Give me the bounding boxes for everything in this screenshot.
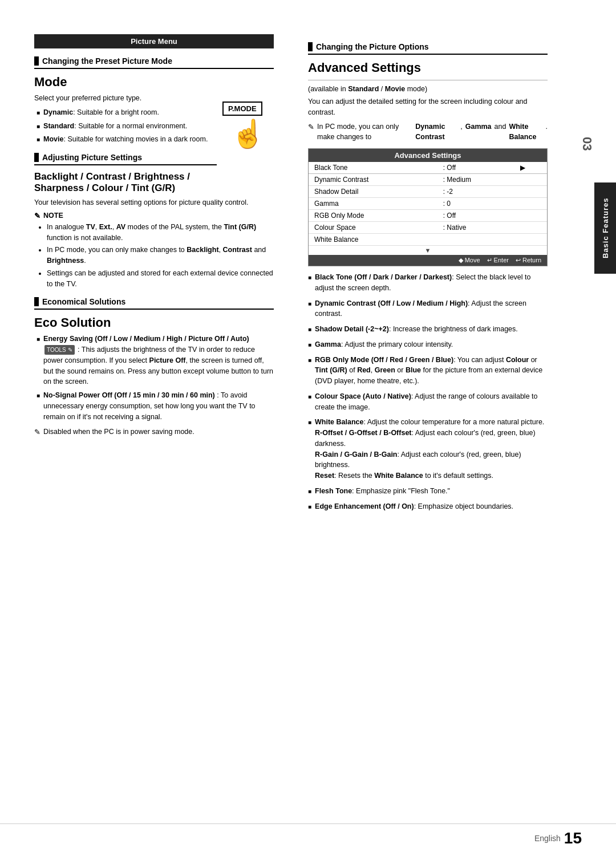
advanced-settings-heading: Advanced Settings xyxy=(308,60,548,75)
note-item-2: In PC mode, you can only make changes to… xyxy=(47,245,274,266)
chapter-number: 03 xyxy=(579,137,594,151)
shadow-label: Shadow Detail xyxy=(309,186,437,198)
bullet-edge: Edge Enhancement (Off / On): Emphasize o… xyxy=(308,501,548,512)
pmode-label: P.MODE xyxy=(222,102,262,116)
mode-item-standard: Standard: Suitable for a normal environm… xyxy=(37,121,217,132)
eco-item-energy: Energy Saving (Off / Low / Medium / High… xyxy=(37,334,274,387)
advanced-settings-box: Advanced Settings Black Tone : Off ▶ Dyn… xyxy=(308,148,548,266)
footer-move: ◆ Move xyxy=(459,257,480,264)
bullet-colourspace: Colour Space (Auto / Native): Adjust the… xyxy=(308,391,548,413)
blacktone-arrow: ▶ xyxy=(514,162,547,174)
note-label: NOTE xyxy=(34,212,274,220)
section-eco-title: Economical Solutions xyxy=(34,297,274,310)
dyncontrast-arrow xyxy=(514,174,547,186)
backlight-intro: Your television has several setting opti… xyxy=(34,197,274,208)
dyncontrast-value: : Medium xyxy=(437,174,515,186)
table-more: ▼ xyxy=(309,246,547,255)
settings-footer: ◆ Move ↵ Enter ↩ Return xyxy=(309,255,547,266)
section-adjusting-title: Adjusting Picture Settings xyxy=(34,153,217,165)
pmode-hand-icon: ☝ xyxy=(222,118,274,150)
footer-return: ↩ Return xyxy=(516,257,541,264)
backlight-heading: Backlight / Contrast / Brightness /Sharp… xyxy=(34,171,274,194)
gamma-label: Gamma xyxy=(309,198,437,210)
table-row-whitebalance: White Balance xyxy=(309,234,547,246)
settings-table: Black Tone : Off ▶ Dynamic Contrast : Me… xyxy=(309,162,547,246)
mode-item-dynamic: Dynamic: Suitable for a bright room. xyxy=(37,107,217,118)
eco-heading: Eco Solution xyxy=(34,315,274,330)
pmode-image: P.MODE ☝ xyxy=(222,102,274,159)
note-items: In analogue TV, Ext., AV modes of the PA… xyxy=(47,222,274,290)
note-item-3: Settings can be adjusted and stored for … xyxy=(47,268,274,290)
shadow-value: : -2 xyxy=(437,186,515,198)
shadow-arrow xyxy=(514,186,547,198)
advanced-intro: You can adjust the detailed setting for … xyxy=(308,96,548,118)
section-picture-options-title: Changing the Picture Options xyxy=(308,42,548,55)
table-row-colour: Colour Space : Native xyxy=(309,222,547,234)
disabled-note: Disabled when the PC is in power saving … xyxy=(34,427,274,438)
bullet-shadow: Shadow Detail (-2~+2): Increase the brig… xyxy=(308,324,548,335)
rgb-arrow xyxy=(514,210,547,222)
colour-arrow xyxy=(514,222,547,234)
blacktone-value: : Off xyxy=(437,162,515,174)
whitebalance-arrow xyxy=(514,234,547,246)
footer-page: 15 xyxy=(564,829,582,847)
note-item-1: In analogue TV, Ext., AV modes of the PA… xyxy=(47,222,274,244)
eco-item-nosignal: No-Signal Power Off (Off / 15 min / 30 m… xyxy=(37,390,274,422)
bullet-dyncontrast: Dynamic Contrast (Off / Low / Medium / H… xyxy=(308,298,548,320)
pc-mode-note: In PC mode, you can only make changes to… xyxy=(308,121,548,143)
table-row-gamma: Gamma : 0 xyxy=(309,198,547,210)
footer-enter: ↵ Enter xyxy=(487,257,509,264)
colour-label: Colour Space xyxy=(309,222,437,234)
advanced-settings-table-title: Advanced Settings xyxy=(309,149,547,162)
rgb-label: RGB Only Mode xyxy=(309,210,437,222)
tools-badge: TOOLS ✎ xyxy=(44,345,75,355)
gamma-arrow xyxy=(514,198,547,210)
dyncontrast-label: Dynamic Contrast xyxy=(309,174,437,186)
colour-value: : Native xyxy=(437,222,515,234)
bullet-whitebalance: White Balance: Adjust the colour tempera… xyxy=(308,417,548,481)
bullet-blacktone: Black Tone (Off / Dark / Darker / Darkes… xyxy=(308,272,548,294)
eco-list: Energy Saving (Off / Low / Medium / High… xyxy=(34,334,274,422)
available-note: (available in Standard / Movie mode) xyxy=(308,85,548,93)
blacktone-label: Black Tone xyxy=(309,162,437,174)
whitebalance-label: White Balance xyxy=(309,234,437,246)
mode-item-movie: Movie: Suitable for watching movies in a… xyxy=(37,134,217,145)
chapter-label: Basic Features xyxy=(601,198,610,259)
picture-menu-header: Picture Menu xyxy=(34,34,274,48)
chapter-tab: Basic Features xyxy=(594,182,616,274)
section-preset-mode-title: Changing the Preset Picture Mode xyxy=(34,56,274,69)
footer-english: English xyxy=(534,834,561,843)
table-row-dyncontrast: Dynamic Contrast : Medium xyxy=(309,174,547,186)
table-row-rgb: RGB Only Mode : Off xyxy=(309,210,547,222)
footer: English 15 xyxy=(0,823,616,852)
mode-heading: Mode xyxy=(34,75,274,90)
right-bullet-list: Black Tone (Off / Dark / Darker / Darkes… xyxy=(308,272,548,512)
bullet-gamma: Gamma: Adjust the primary colour intensi… xyxy=(308,339,548,350)
gamma-value: : 0 xyxy=(437,198,515,210)
whitebalance-value xyxy=(437,234,515,246)
table-row-blacktone: Black Tone : Off ▶ xyxy=(309,162,547,174)
bullet-rgb: RGB Only Mode (Off / Red / Green / Blue)… xyxy=(308,355,548,387)
bullet-fleshtone: Flesh Tone: Emphasize pink "Flesh Tone." xyxy=(308,486,548,497)
rgb-value: : Off xyxy=(437,210,515,222)
note-section: NOTE In analogue TV, Ext., AV modes of t… xyxy=(34,212,274,290)
table-row-shadow: Shadow Detail : -2 xyxy=(309,186,547,198)
divider xyxy=(308,80,548,80)
